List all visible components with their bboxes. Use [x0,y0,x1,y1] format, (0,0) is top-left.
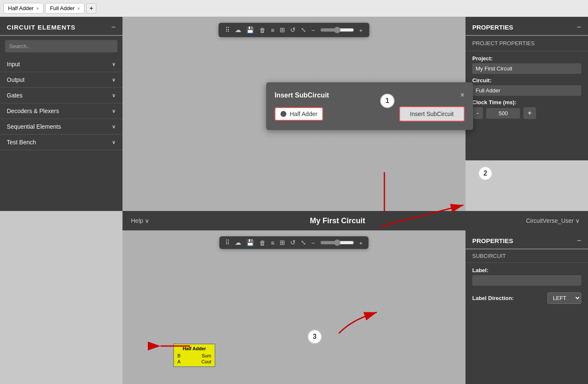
bottom-nav-bar: Help ∨ My First Circuit CircuitVerse_Use… [122,211,588,230]
sidebar-item-label: Output [7,76,24,83]
tab-label: Full Adder [50,5,75,11]
circuit-title: My First Circuit [310,216,365,225]
dialog-row: Half Adder Insert SubCircuit [275,106,465,122]
props-bottom-minimize[interactable]: − [577,236,581,245]
add-icon: + [89,5,93,12]
clock-row: - + [472,107,581,119]
callout-2: 2 [478,166,493,181]
arrow-3-svg [297,308,381,359]
props-minimize-button[interactable]: − [577,23,581,32]
sidebar-item-gates[interactable]: Gates ∨ [0,88,122,103]
tab-close-full-adder[interactable]: × [77,6,80,11]
sidebar-minimize-button[interactable]: − [111,23,116,32]
user-chevron: ∨ [575,217,580,224]
sidebar-item-decoders[interactable]: Decoders & Plexers ∨ [0,103,122,119]
clock-input[interactable] [486,108,520,119]
project-input[interactable] [472,63,581,74]
callout-number: 1 [386,97,389,105]
option-label: Half Adder [290,111,317,117]
props-bottom-title: PROPERTIES [472,237,513,244]
save-icon[interactable]: 💾 [246,26,254,34]
props-header: PROPERTIES − [466,17,588,36]
tab-label: Half Adder [8,5,34,11]
help-chevron: ∨ [145,217,149,224]
cloud-icon[interactable]: ☁ [235,26,241,34]
zoom-slider[interactable] [320,27,354,33]
zoom-in-icon[interactable]: + [359,27,363,34]
radio-dot [280,111,286,117]
sidebar-item-label: Decoders & Plexers [7,108,59,114]
svg-line-6 [381,205,463,226]
label-dir-title: Label Direction: [472,295,514,301]
label-direction-select[interactable]: LEFT RIGHT UP DOWN [547,292,581,304]
canvas-area-bottom[interactable]: ⠿ ☁ 💾 🗑 ≡ ⊞ ↺ ⤡ − + Half Adder B Sum A C… [122,230,466,384]
right-sidebar-top: PROPERTIES − PROJECT PROPERTIES Project:… [466,17,588,160]
project-label: Project: [472,55,581,62]
section-label: SUBCIRCUIT [472,253,506,259]
label-input[interactable] [472,275,581,286]
toolbar-top: ⠿ ☁ 💾 🗑 ≡ ⊞ ↺ ⤡ − + [218,23,369,37]
circuit-input[interactable] [472,85,581,96]
port-sum-label: Sum [201,353,211,358]
tab-close-half-adder[interactable]: × [36,6,39,11]
props-title: PROPERTIES [472,24,513,31]
subcircuit-section: SUBCIRCUIT [466,249,588,263]
undo-icon[interactable]: ↺ [290,26,296,34]
layout-icon-b[interactable]: ⊞ [280,239,285,246]
search-input[interactable] [5,40,117,52]
canvas-area-top[interactable]: ⠿ ☁ 💾 🗑 ≡ ⊞ ↺ ⤡ − + Insert SubCircuit × … [122,17,466,211]
left-sidebar: CIRCUIT ELEMENTS − Input ∨ Output ∨ Gate… [0,17,122,211]
sidebar-item-input[interactable]: Input ∨ [0,57,122,72]
expand-icon[interactable]: ⤡ [301,26,306,34]
subcircuit-row-a: A Cout [176,359,213,365]
props-bottom-header: PROPERTIES − [466,230,588,249]
tab-add-button[interactable]: + [86,3,96,14]
chevron-down-icon: ∨ [112,139,116,145]
sidebar-item-testbench[interactable]: Test Bench ∨ [0,135,122,150]
grid-icon-b[interactable]: ⠿ [225,239,230,246]
sidebar-item-label: Sequential Elements [7,123,61,130]
sidebar-item-sequential[interactable]: Sequential Elements ∨ [0,119,122,135]
delete-icon[interactable]: 🗑 [259,27,266,34]
delete-icon-b[interactable]: 🗑 [259,239,266,246]
sidebar-item-output[interactable]: Output ∨ [0,72,122,88]
zoom-slider-b[interactable] [320,239,354,246]
half-adder-option[interactable]: Half Adder [275,107,323,121]
cloud-icon-b[interactable]: ☁ [235,239,241,246]
layout-icon[interactable]: ⊞ [280,26,285,34]
clock-minus-button[interactable]: - [472,107,483,119]
callout-1: 1 [380,94,395,108]
expand-icon-b[interactable]: ⤡ [301,239,306,246]
dialog-header: Insert SubCircuit × [275,91,465,100]
clock-plus-button[interactable]: + [523,107,536,119]
circuit-label: Circuit: [472,77,581,84]
dialog-close-button[interactable]: × [460,91,465,100]
chevron-down-icon: ∨ [112,108,116,114]
save-icon-b[interactable]: 💾 [246,239,254,246]
sidebar-item-label: Input [7,61,20,68]
list-icon[interactable]: ≡ [271,27,275,34]
tab-full-adder[interactable]: Full Adder × [45,3,84,14]
tab-bar: Half Adder × Full Adder × + [0,0,588,17]
zoom-in-icon-b[interactable]: + [359,239,363,246]
help-label: Help [131,217,143,224]
insert-subcircuit-button[interactable]: Insert SubCircuit [399,106,465,122]
arrow-to-props-svg [381,197,466,230]
tab-half-adder[interactable]: Half Adder × [3,3,44,14]
port-cout-label: Cout [201,359,211,364]
zoom-out-icon-b[interactable]: − [311,239,315,246]
arrow-to-subcircuit-svg [156,333,199,359]
undo-icon-b[interactable]: ↺ [290,239,296,246]
insert-subcircuit-dialog: Insert SubCircuit × Half Adder Insert Su… [266,82,473,130]
chevron-down-icon: ∨ [112,92,116,98]
dialog-title: Insert SubCircuit [275,92,329,99]
list-icon-b[interactable]: ≡ [271,239,275,246]
label-direction-row: Label Direction: LEFT RIGHT UP DOWN [472,292,581,304]
user-menu[interactable]: CircuitVerse_User ∨ [526,217,580,224]
project-properties-section: PROJECT PROPERTIES [466,36,588,51]
chevron-down-icon: ∨ [112,124,116,130]
grid-icon[interactable]: ⠿ [225,26,230,34]
help-menu[interactable]: Help ∨ [131,217,149,224]
toolbar-bottom: ⠿ ☁ 💾 🗑 ≡ ⊞ ↺ ⤡ − + [219,236,368,249]
zoom-out-icon[interactable]: − [311,27,315,34]
